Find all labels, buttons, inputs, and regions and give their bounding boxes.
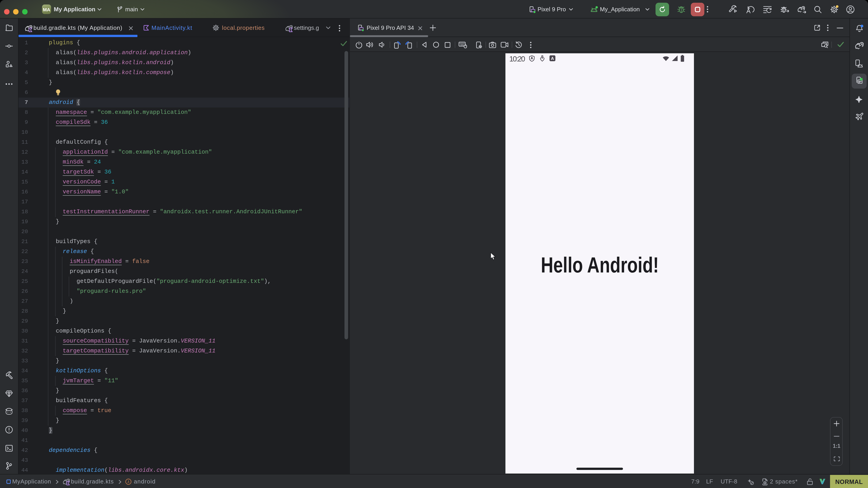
svg-text:A: A — [551, 56, 554, 61]
svg-text:λ: λ — [127, 480, 129, 484]
